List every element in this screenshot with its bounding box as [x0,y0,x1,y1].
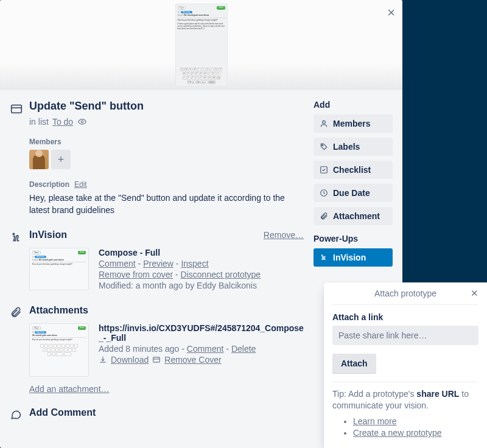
powerups-heading: Power-Ups [314,234,393,243]
invision-disconnect-link[interactable]: Disconnect prototype [181,270,261,279]
checklist-icon [320,166,328,174]
card-main: Update "Send" button in list To do Membe… [10,100,304,422]
popover-title: Attach prototype [374,289,436,298]
create-prototype-link[interactable]: Create a new prototype [353,428,442,438]
popover-tip: Tip: Add a prototype's share URL to comm… [332,388,478,439]
invision-remove-link[interactable]: Remove… [264,230,304,240]
invision-attachment: CloseSend To Billy Kiely Subject We shou… [29,248,304,292]
learn-more-link[interactable]: Learn more [353,416,397,426]
svg-point-7 [322,145,323,146]
invision-thumbnail[interactable]: CloseSend To Billy Kiely Subject We shou… [29,248,89,290]
invision-heading: InVision [29,229,67,240]
invision-preview-link[interactable]: Preview [143,259,173,268]
svg-point-3 [13,234,14,235]
svg-point-10 [321,255,322,256]
share-link-input[interactable] [332,326,478,345]
edit-description-link[interactable]: Edit [74,180,87,189]
attachment-icon [10,306,22,318]
in-list-prefix: in list [29,117,49,127]
invision-modified: Modified: a month ago by Eddy Balcikonis [99,281,304,290]
svg-point-6 [323,121,326,124]
svg-rect-0 [12,105,22,113]
attachment-thumbnail[interactable]: CloseSend To Billy Kiely We should grab … [29,323,89,377]
add-comment-heading: Add Comment [29,407,304,418]
description-text[interactable]: Hey, please take at the "Send" button an… [29,192,304,216]
attachment-remove-cover-link[interactable]: Remove Cover [164,355,221,365]
cover-icon [152,355,161,364]
popover-divider [332,382,478,382]
invision-comment-link[interactable]: Comment [99,259,136,268]
invision-icon [10,231,22,244]
attachment-delete-link[interactable]: Delete [231,344,256,354]
members-heading: Members [29,138,304,146]
invision-logo-icon [320,253,328,262]
download-icon [99,355,107,364]
add-attachment-link[interactable]: Add an attachment… [29,384,110,394]
tag-icon [320,142,328,151]
attachments-heading: Attachments [29,305,304,316]
watch-icon[interactable] [77,117,88,126]
attachment-comment-link[interactable]: Comment [187,344,224,354]
attachment-download-link[interactable]: Download [111,355,149,365]
attachment-item: CloseSend To Billy Kiely We should grab … [29,323,304,377]
add-heading: Add [314,100,393,110]
invision-item-title: Compose - Full [99,248,304,257]
card-icon [10,102,22,116]
list-link[interactable]: To do [52,117,73,127]
invision-inspect-link[interactable]: Inspect [181,259,208,268]
popover-close-icon[interactable]: ✕ [471,289,478,298]
due-date-button[interactable]: Due Date [314,184,393,202]
avatar[interactable] [29,150,49,169]
checklist-button[interactable]: Checklist [314,161,393,179]
invision-powerup-button[interactable]: InVision [314,248,393,267]
attachment-added: Added 8 minutes ago [99,344,179,354]
attachment-url[interactable]: https://invis.io/CXD3YUDFS#/245871204_Co… [99,323,304,343]
attach-link-label: Attach a link [332,312,478,322]
user-icon [320,119,328,128]
attachment-button[interactable]: Attachment [314,207,393,225]
invision-remove-cover-link[interactable]: Remove from cover [99,270,173,279]
close-icon[interactable]: × [387,6,395,19]
svg-point-2 [81,121,83,123]
card-list-row: in list To do [29,117,304,127]
svg-rect-8 [321,167,328,173]
cover-thumbnail[interactable]: CloseSend ToBilly Kiely Subject We shoul… [175,4,228,86]
attach-button[interactable]: Attach [332,354,376,373]
add-member-button[interactable]: + [51,150,71,169]
svg-rect-4 [153,357,160,362]
paperclip-icon [320,212,328,220]
labels-button[interactable]: Labels [314,138,393,156]
comment-icon [10,408,22,421]
description-heading: Description [29,180,69,189]
members-button[interactable]: Members [314,114,393,133]
clock-icon [320,189,328,197]
card-cover: × CloseSend ToBilly Kiely Subject We sho… [0,0,402,90]
attach-prototype-popover: Attach prototype ✕ Attach a link Attach … [324,282,487,448]
card-title[interactable]: Update "Send" button [29,100,144,113]
